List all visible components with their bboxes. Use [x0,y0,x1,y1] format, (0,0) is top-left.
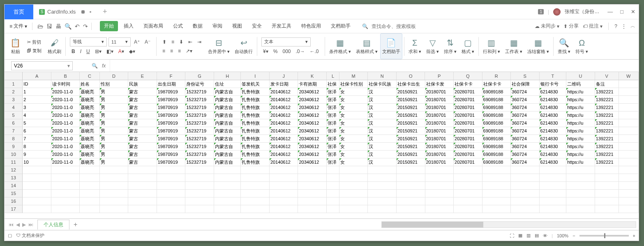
cell[interactable]: 15232719 [185,151,214,158]
cell[interactable] [128,174,157,182]
currency-button[interactable]: ¥▾ [261,47,270,56]
cell[interactable] [80,197,99,205]
avatar[interactable] [553,8,561,16]
cell[interactable]: 卡有效期 [298,80,327,88]
cell[interactable]: 15232719 [185,88,214,96]
cell[interactable]: 20340612 [298,135,327,143]
cell[interactable]: 出生日期 [157,80,186,88]
cell[interactable] [482,197,511,205]
cell[interactable]: 20280701 [454,104,482,111]
cell[interactable]: 内蒙古自 [214,143,241,151]
cell[interactable]: 银行卡号 [540,80,567,88]
qat-redo-icon[interactable]: ↷ [83,23,88,30]
menu-tab-1[interactable]: 插入 [120,21,138,31]
cell[interactable]: 20140612 [270,104,298,111]
cell[interactable]: 蒙古 [128,96,157,104]
name-box[interactable]: V26▾ [11,61,73,70]
cell[interactable]: 2020-11-0 [51,119,80,127]
row-header[interactable]: 4 [5,104,23,111]
cell[interactable]: 15232719 [185,143,214,151]
cell[interactable] [619,111,639,119]
cell[interactable] [157,197,186,205]
cell[interactable] [368,174,397,182]
cell[interactable] [595,182,619,190]
col-header-C[interactable]: C [80,72,99,80]
orientation-icon[interactable]: ↗▾ [184,47,194,55]
cell[interactable]: 女 [339,143,368,151]
cell[interactable]: 69089188 [482,143,511,151]
cell[interactable]: 1392221 [595,104,619,111]
cell[interactable] [80,174,99,182]
cell[interactable]: 20140612 [270,127,298,135]
cell[interactable] [241,182,270,190]
cell[interactable] [619,119,639,127]
cell[interactable] [23,190,51,197]
cell[interactable]: 69089188 [482,88,511,96]
cell[interactable]: 15232719 [185,111,214,119]
cell[interactable] [566,166,595,174]
cell[interactable]: 20280701 [454,111,482,119]
cell[interactable] [298,205,327,213]
cell[interactable]: 20140612 [270,158,298,166]
cell[interactable] [368,166,397,174]
cell[interactable]: 2020-11-0 [51,151,80,158]
cell[interactable] [241,166,270,174]
format-painter-button[interactable]: 🖌格式刷 [48,38,61,55]
cell[interactable]: 1392221 [595,119,619,127]
more-menu-icon[interactable]: ⋮ [621,23,626,29]
col-header-M[interactable]: M [339,72,368,80]
sum-button[interactable]: Σ求和 ▾ [409,38,421,55]
cell[interactable] [185,190,214,197]
cell[interactable] [100,182,129,190]
cell[interactable] [368,182,397,190]
share-button[interactable]: ⬆ 分享 [563,23,579,30]
cell[interactable] [397,174,425,182]
cell[interactable]: 6214830 [540,119,567,127]
cell[interactable] [241,205,270,213]
cell[interactable] [368,197,397,205]
cell[interactable] [425,197,454,205]
cell[interactable] [214,166,241,174]
cell[interactable]: 1 [23,88,51,96]
cell[interactable] [397,197,425,205]
cell[interactable]: 20340612 [298,111,327,119]
cell[interactable]: 19870919 [157,104,186,111]
cell[interactable] [185,205,214,213]
sheet-tab[interactable]: 个人信息 [37,220,69,230]
cell[interactable]: 20180701 [425,151,454,158]
cell[interactable] [100,205,129,213]
cell[interactable]: 男 [100,111,129,119]
cell[interactable] [51,205,80,213]
cell[interactable] [23,174,51,182]
cell[interactable]: 360724 [511,135,540,143]
cell[interactable]: 19870919 [157,96,186,104]
fullscreen-icon[interactable]: ⛶ [510,233,514,238]
cell[interactable] [511,205,540,213]
cell[interactable]: 社会保障 [511,80,540,88]
cell[interactable] [619,80,639,88]
cell[interactable] [157,190,186,197]
increase-font-icon[interactable]: A⁺ [132,38,141,46]
cell[interactable] [327,190,339,197]
cell[interactable]: 69089188 [482,151,511,158]
cell[interactable]: 1392221 [595,96,619,104]
cell[interactable] [23,182,51,190]
cell[interactable] [619,135,639,143]
cell[interactable] [100,197,129,205]
cell[interactable]: 扎鲁特旗 [241,96,270,104]
cell[interactable]: 社保卡出生 [397,80,425,88]
cell[interactable] [298,166,327,174]
cell[interactable]: 20180701 [425,143,454,151]
fill-color-button[interactable]: ◧▾ [105,47,115,56]
cell[interactable]: 张泽 [327,119,339,127]
cell[interactable]: 20340612 [298,158,327,166]
menu-tab-9[interactable]: 特色应用 [297,21,325,31]
cell[interactable]: 张泽 [327,104,339,111]
cell[interactable]: 360724 [511,119,540,127]
cell[interactable]: 内蒙古自 [214,88,241,96]
new-tab-button[interactable]: + [97,5,112,19]
align-right-icon[interactable]: ≡ [176,47,182,55]
cell[interactable]: 民族 [128,80,157,88]
cell[interactable]: https://u [566,135,595,143]
cell[interactable]: 2 [23,96,51,104]
